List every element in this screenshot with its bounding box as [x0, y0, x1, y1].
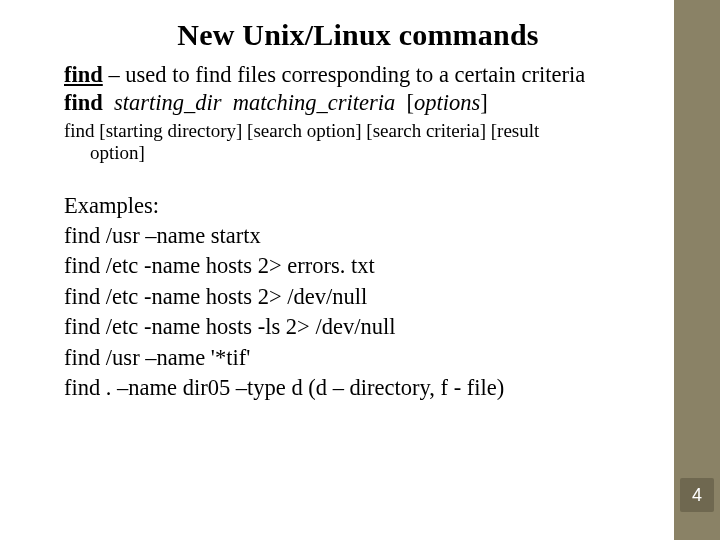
syntax-arg1: starting_dir: [114, 90, 222, 115]
example-line: find /usr –name startx: [64, 221, 652, 251]
syntax-detail-line1: find [starting directory] [search option…: [64, 120, 539, 141]
example-line: find /etc -name hosts -ls 2> /dev/null: [64, 312, 652, 342]
syntax-arg3: options: [414, 90, 480, 115]
example-line: find /usr –name '*tif': [64, 343, 652, 373]
syntax-cmd: find: [64, 90, 103, 115]
example-line: find /etc -name hosts 2> /dev/null: [64, 282, 652, 312]
example-line: find . –name dir05 –type d (d – director…: [64, 373, 652, 403]
page-number-badge: 4: [680, 478, 714, 512]
slide-content: New Unix/Linux commands find – used to f…: [0, 0, 674, 540]
find-syntax: find starting_dir matching_criteria [opt…: [64, 90, 652, 116]
page-number: 4: [692, 485, 702, 506]
find-keyword: find: [64, 62, 103, 87]
syntax-arg2: matching_criteria: [233, 90, 395, 115]
syntax-detail-line2: option]: [64, 142, 652, 164]
examples-block: Examples: find /usr –name startx find /e…: [64, 191, 652, 404]
examples-label: Examples:: [64, 191, 652, 221]
find-description-text: – used to find files corresponding to a …: [103, 62, 585, 87]
slide-title: New Unix/Linux commands: [64, 18, 652, 52]
example-line: find /etc -name hosts 2> errors. txt: [64, 251, 652, 281]
find-syntax-detail: find [starting directory] [search option…: [64, 120, 652, 165]
slide: New Unix/Linux commands find – used to f…: [0, 0, 720, 540]
decorative-sidebar: [674, 0, 720, 540]
find-description: find – used to find files corresponding …: [64, 62, 652, 88]
